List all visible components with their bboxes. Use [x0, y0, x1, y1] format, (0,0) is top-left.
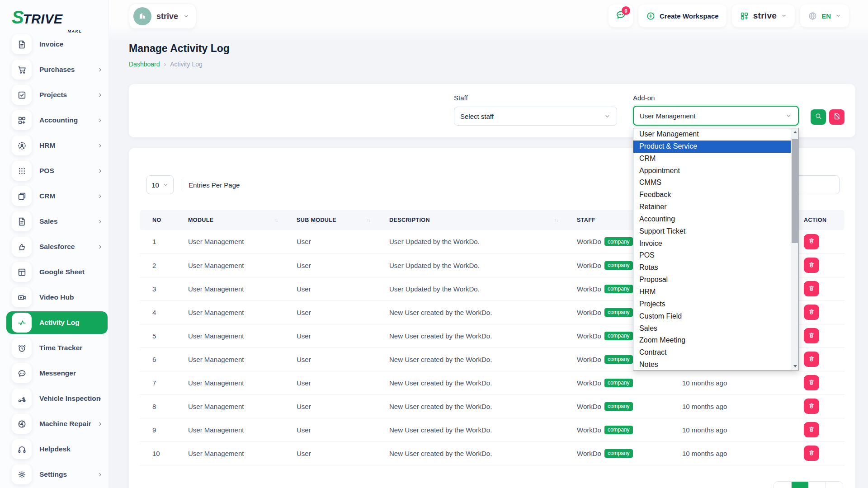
delete-button[interactable] — [804, 328, 819, 343]
dropdown-scrollbar[interactable] — [791, 128, 798, 370]
column-header-label: SUB MODULE — [297, 217, 336, 223]
search-button[interactable] — [811, 109, 826, 125]
sidebar-item-projects[interactable]: Projects — [0, 82, 108, 108]
sort-arrows-icon[interactable]: ↑↓ — [367, 218, 370, 223]
delete-button[interactable] — [804, 399, 819, 414]
reset-filter-button[interactable] — [829, 109, 844, 125]
sidebar-item-vehicle-inspection[interactable]: Vehicle Inspection — [0, 386, 108, 411]
brand-logo-mark: S — [12, 7, 23, 27]
delete-button[interactable] — [804, 352, 819, 367]
pagination-next[interactable]: → — [826, 482, 843, 488]
sidebar-item-purchases[interactable]: Purchases — [0, 57, 108, 82]
delete-button[interactable] — [804, 446, 819, 461]
sidebar-item-invoice[interactable]: Invoice — [0, 32, 108, 57]
addon-option-pos[interactable]: POS — [633, 249, 791, 262]
breadcrumb-dashboard[interactable]: Dashboard — [129, 61, 160, 68]
pagination-page-2[interactable]: 2 — [808, 482, 826, 488]
scroll-down-icon[interactable] — [791, 362, 799, 370]
staff-select-value: Select staff — [460, 113, 494, 120]
workspace-selector[interactable]: strive — [129, 4, 196, 29]
row-no: 9 — [140, 418, 176, 441]
sidebar-item-salesforce[interactable]: Salesforce — [0, 234, 108, 259]
table-row: 7User ManagementUserNew User created by … — [140, 371, 844, 394]
search-icon — [815, 113, 822, 122]
column-header-module[interactable]: MODULE↑↓ — [176, 210, 284, 230]
addon-option-support-ticket[interactable]: Support Ticket — [633, 225, 791, 238]
addon-option-retainer[interactable]: Retainer — [633, 201, 791, 213]
create-workspace-button[interactable]: Create Workspace — [638, 5, 726, 27]
sidebar-item-label: CRM — [39, 192, 55, 200]
sidebar-item-time-tracker[interactable]: Time Tracker — [0, 335, 108, 361]
delete-button[interactable] — [804, 375, 819, 390]
sidebar-item-activity-log[interactable]: Activity Log — [6, 311, 108, 334]
column-header-sub-module[interactable]: SUB MODULE↑↓ — [284, 210, 377, 230]
row-no: 5 — [140, 324, 176, 347]
sidebar-item-hrm[interactable]: HRM — [0, 133, 108, 158]
addon-option-cmms[interactable]: CMMS — [633, 177, 791, 189]
delete-button[interactable] — [804, 305, 819, 320]
messages-button[interactable]: 0 — [609, 5, 633, 27]
addon-option-contract[interactable]: Contract — [633, 347, 791, 359]
pagination-page-1[interactable]: 1 — [791, 482, 808, 488]
message-count-badge: 0 — [622, 6, 630, 15]
staff-name: WorkDo — [577, 238, 601, 245]
addon-option-accounting[interactable]: Accounting — [633, 213, 791, 225]
column-header-description[interactable]: DESCRIPTION↑↓ — [377, 210, 565, 230]
pagination-prev[interactable]: ← — [774, 482, 791, 488]
app-switcher[interactable]: strive — [732, 5, 795, 27]
delete-button[interactable] — [804, 258, 819, 273]
sidebar-item-messenger[interactable]: Messenger — [0, 361, 108, 386]
sidebar-item-settings[interactable]: Settings — [0, 462, 108, 487]
alarm-icon — [12, 338, 32, 358]
addon-option-feedback[interactable]: Feedback — [633, 189, 791, 201]
addon-option-appointment[interactable]: Appointment — [633, 165, 791, 177]
sidebar-item-accounting[interactable]: Accounting — [0, 108, 108, 133]
addon-option-invoice[interactable]: Invoice — [633, 238, 791, 250]
sidebar-item-crm[interactable]: CRM — [0, 183, 108, 209]
language-selector[interactable]: EN — [800, 5, 849, 27]
addon-option-proposal[interactable]: Proposal — [633, 274, 791, 286]
sort-arrows-icon[interactable]: ↑↓ — [274, 218, 278, 223]
sort-arrows-icon[interactable]: ↑↓ — [554, 218, 558, 223]
sidebar-item-pos[interactable]: POS — [0, 158, 108, 183]
addon-option-sales[interactable]: Sales — [633, 323, 791, 335]
addon-option-user-management[interactable]: User Management — [633, 128, 791, 141]
addon-option-notes[interactable]: Notes — [633, 359, 791, 370]
sidebar-item-machine-repair[interactable]: Machine Repair — [0, 411, 108, 436]
chevron-right-icon — [97, 421, 103, 427]
addon-option-projects[interactable]: Projects — [633, 298, 791, 310]
addon-option-custom-field[interactable]: Custom Field — [633, 310, 791, 323]
brand-logo-text: TRIVE — [23, 12, 63, 26]
addon-option-hrm[interactable]: HRM — [633, 286, 791, 298]
chevron-right-icon — [97, 143, 103, 149]
trash-icon — [808, 379, 815, 387]
addon-select[interactable]: User Management — [633, 106, 799, 126]
row-sub-module: User — [284, 300, 377, 324]
dots-grid-icon — [12, 161, 32, 181]
thumbs-up-icon — [12, 237, 32, 257]
sidebar-item-google-sheet[interactable]: Google Sheet — [0, 259, 108, 285]
row-description: New User created by the WorkDo. — [377, 300, 565, 324]
entries-per-page-select[interactable]: 10 — [146, 175, 174, 194]
chevron-down-icon — [183, 13, 189, 19]
sidebar-item-video-hub[interactable]: Video Hub — [0, 285, 108, 310]
addon-option-rotas[interactable]: Rotas — [633, 262, 791, 274]
addon-option-product-service[interactable]: Product & Service — [633, 141, 791, 153]
addon-option-zoom-meeting[interactable]: Zoom Meeting — [633, 334, 791, 347]
scroll-up-icon[interactable] — [791, 128, 799, 136]
row-module: User Management — [176, 371, 284, 394]
scrollbar-thumb[interactable] — [792, 139, 798, 243]
sidebar-item-label: Salesforce — [39, 243, 75, 251]
staff-select[interactable]: Select staff — [454, 107, 617, 126]
chevron-right-icon — [97, 219, 103, 225]
delete-button[interactable] — [804, 281, 819, 296]
headset-icon — [12, 439, 32, 459]
sidebar-item-sales[interactable]: Sales — [0, 209, 108, 234]
filter-buttons — [811, 109, 844, 125]
delete-button[interactable] — [804, 422, 819, 437]
addon-option-crm[interactable]: CRM — [633, 153, 791, 165]
delete-button[interactable] — [804, 234, 819, 249]
brand-logo[interactable]: STRIVE MAKE — [12, 7, 89, 31]
sidebar-item-helpdesk[interactable]: Helpdesk — [0, 436, 108, 462]
addon-label: Add-on — [633, 94, 799, 102]
